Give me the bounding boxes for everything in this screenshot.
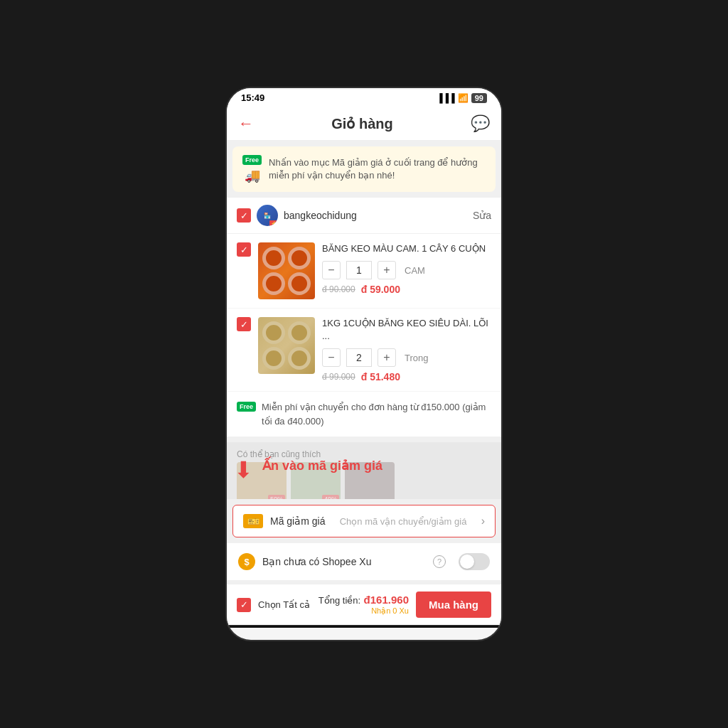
select-all-checkbox[interactable]: ✓ bbox=[237, 598, 251, 612]
rec-item-2-discount: 49% bbox=[322, 495, 339, 499]
total-amount: đ161.960 bbox=[364, 594, 409, 606]
shipping-info: Free Miễn phí vận chuyển cho đơn hàng từ… bbox=[227, 392, 501, 439]
select-all-label: Chọn Tất cả bbox=[258, 599, 310, 610]
checkout-bar: ✓ Chọn Tất cả Tổng tiền: đ161.960 Nhận 0… bbox=[227, 584, 501, 625]
product-1-original-price: đ 90.000 bbox=[322, 284, 355, 294]
chat-button[interactable]: 💬 bbox=[471, 114, 490, 133]
free-badge: Free bbox=[242, 155, 262, 165]
shop-section: ✓ 🏪 ⭐ bangkeochidung Sửa ✓ bbox=[227, 198, 501, 439]
product-1-prices: đ 90.000 đ 59.000 bbox=[322, 284, 491, 295]
shop-name: bangkeochidung bbox=[284, 210, 357, 221]
overlay-text: Ấn vào mã giảm giá bbox=[262, 458, 382, 473]
edit-shop-button[interactable]: Sửa bbox=[473, 210, 491, 221]
status-icons: ▐▐▐ 📶 99 bbox=[437, 93, 487, 103]
product-2-info: 1KG 1CUỘN BĂNG KEO SIÊU DÀI. LÕI ... − 2… bbox=[322, 317, 491, 382]
product-2-image bbox=[258, 317, 315, 374]
shop-header: ✓ 🏪 ⭐ bangkeochidung Sửa bbox=[227, 198, 501, 234]
buy-button[interactable]: Mua hàng bbox=[416, 592, 491, 618]
product-item-2: ✓ 1KG 1CUỘN BĂNG KEO SIÊU DÀI. LÕI ... −… bbox=[227, 309, 501, 392]
wifi-icon: 📶 bbox=[458, 93, 469, 103]
product-1-increase[interactable]: + bbox=[378, 261, 396, 279]
promo-text: Nhấn vào mục Mã giảm giá ở cuối trang để… bbox=[269, 156, 486, 182]
arrow-down-icon: ⬇ bbox=[234, 456, 253, 483]
back-button[interactable]: ← bbox=[238, 114, 254, 133]
voucher-icon: 🎫 bbox=[243, 514, 263, 528]
coin-icon: $ bbox=[238, 553, 255, 570]
voucher-chevron-icon: › bbox=[481, 515, 485, 528]
product-1-sale-price: đ 59.000 bbox=[361, 284, 400, 295]
product-1-image bbox=[258, 242, 315, 299]
free-shipping-badge: Free bbox=[237, 402, 256, 412]
product-2-name: 1KG 1CUỘN BĂNG KEO SIÊU DÀI. LÕI ... bbox=[322, 317, 491, 343]
recommendation-section: Có thể bạn cũng thích 50% 49% ⬇ Ấn vào m… bbox=[227, 442, 501, 499]
product-2-original-price: đ 99.000 bbox=[322, 372, 355, 382]
product-1-decrease[interactable]: − bbox=[322, 261, 341, 279]
product-1-variant: CAM bbox=[405, 265, 425, 276]
product-item-1: ✓ BĂNG KEO MÀU CAM. 1 CÂY 6 CUỘN − 1 + bbox=[227, 234, 501, 309]
promo-banner: Free 🚚 Nhấn vào mục Mã giảm giá ở cuối t… bbox=[232, 146, 496, 192]
product-1-checkbox[interactable]: ✓ bbox=[237, 242, 251, 257]
product-2-sale-price: đ 51.480 bbox=[361, 371, 400, 382]
product-1-name: BĂNG KEO MÀU CAM. 1 CÂY 6 CUỘN bbox=[322, 242, 491, 255]
product-2-quantity-row: − 2 + Trong bbox=[322, 348, 491, 367]
phone-frame: 15:49 ▐▐▐ 📶 99 ← Giỏ hàng 💬 Free 🚚 Nhấn … bbox=[225, 87, 503, 641]
product-2-prices: đ 99.000 đ 51.480 bbox=[322, 371, 491, 382]
shopee-xu-row: $ Bạn chưa có Shopee Xu ? bbox=[227, 543, 501, 581]
product-2-decrease[interactable]: − bbox=[322, 348, 341, 367]
product-1-quantity: 1 bbox=[346, 261, 372, 279]
battery-icon: 99 bbox=[471, 93, 487, 103]
product-2-variant: Trong bbox=[405, 353, 428, 363]
scroll-content: ← Giỏ hàng 💬 Free 🚚 Nhấn vào mục Mã giảm… bbox=[227, 107, 501, 628]
truck-icon: 🚚 bbox=[245, 168, 260, 183]
total-label: Tổng tiền: bbox=[318, 595, 360, 606]
rec-item-1-discount: 50% bbox=[268, 495, 285, 499]
shop-left: ✓ 🏪 ⭐ bangkeochidung bbox=[237, 205, 357, 226]
toggle-knob bbox=[460, 555, 474, 569]
voucher-label: Mã giảm giá bbox=[270, 515, 325, 527]
product-2-quantity: 2 bbox=[346, 348, 372, 367]
xu-earn: Nhận 0 Xu bbox=[317, 606, 409, 616]
product-2-checkbox[interactable]: ✓ bbox=[237, 317, 251, 331]
nav-bar: ■ ● ◄ bbox=[227, 625, 501, 628]
voucher-row[interactable]: 🎫 Mã giảm giá Chọn mã vận chuyển/giảm gi… bbox=[232, 505, 496, 537]
voucher-placeholder: Chọn mã vận chuyển/giảm giá bbox=[332, 516, 473, 527]
time: 15:49 bbox=[241, 92, 264, 103]
product-1-info: BĂNG KEO MÀU CAM. 1 CÂY 6 CUỘN − 1 + CAM… bbox=[322, 242, 491, 295]
xu-toggle[interactable] bbox=[459, 553, 490, 570]
signal-icon: ▐▐▐ bbox=[437, 93, 455, 103]
product-1-quantity-row: − 1 + CAM bbox=[322, 261, 491, 279]
product-2-increase[interactable]: + bbox=[378, 348, 396, 367]
shop-avatar: 🏪 ⭐ bbox=[257, 205, 278, 226]
total-row: Tổng tiền: đ161.960 bbox=[317, 594, 409, 606]
xu-label: Bạn chưa có Shopee Xu bbox=[262, 556, 426, 567]
total-section: Tổng tiền: đ161.960 Nhận 0 Xu bbox=[317, 594, 409, 616]
shop-checkbox[interactable]: ✓ bbox=[237, 208, 251, 223]
help-icon[interactable]: ? bbox=[433, 555, 446, 568]
page-header: ← Giỏ hàng 💬 bbox=[227, 107, 501, 141]
status-bar: 15:49 ▐▐▐ 📶 99 bbox=[227, 88, 501, 107]
page-title: Giỏ hàng bbox=[331, 115, 392, 132]
shipping-text: Miễn phí vận chuyển cho đơn hàng từ đ150… bbox=[262, 400, 491, 428]
shop-flag: ⭐ bbox=[269, 220, 278, 226]
